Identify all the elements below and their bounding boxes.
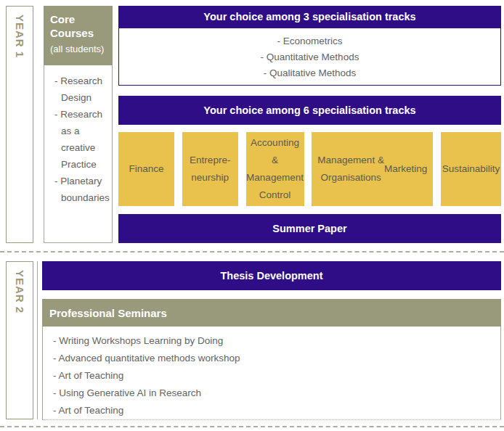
year2-label: YEAR 2 <box>14 270 26 313</box>
tracks6-header-bar: Your choice among 6 specialisation track… <box>118 96 501 125</box>
year1-label: YEAR 1 <box>14 15 26 58</box>
tracks3-header-text: Your choice among 3 specialisation track… <box>203 11 415 22</box>
list-item: - Research as a creative Practice <box>50 106 109 173</box>
year1-label-box: YEAR 1 <box>6 6 33 243</box>
spacer <box>118 125 501 132</box>
year1-main-column: Your choice among 3 specialisation track… <box>118 6 501 243</box>
list-item: - Art of Teaching <box>49 367 497 385</box>
year2-section: YEAR 2 Thesis Development Professional S… <box>6 261 501 419</box>
list-item: - Research Design <box>50 73 109 106</box>
summer-paper-bar: Summer Paper <box>118 214 501 243</box>
professional-seminars-header: Professional Seminars <box>42 299 501 327</box>
core-courses-subtitle: (all students) <box>50 42 108 56</box>
thesis-development-bar: Thesis Development <box>42 261 501 290</box>
summer-paper-text: Summer Paper <box>272 223 346 234</box>
list-item: - Advanced quantitative methods workshop <box>49 350 497 367</box>
list-item: - Quantitative Methods <box>261 49 359 65</box>
year2-label-box: YEAR 2 <box>6 261 33 419</box>
tracks6-header-text: Your choice among 6 specialisation track… <box>203 104 415 116</box>
list-item: - Econometrics <box>277 33 342 49</box>
bottom-divider-line <box>0 426 504 427</box>
track-box-accounting-management-control: Accounting & Management Control <box>246 132 304 206</box>
list-item: - Using Generative AI in Research <box>49 385 497 402</box>
track-box-management-marketing: Management & Organisations Marketing <box>312 132 433 206</box>
professional-seminars-title: Professional Seminars <box>49 307 167 319</box>
core-courses-header: Core Courses (all students) <box>44 6 113 65</box>
tracks6-row: Finance Entrepre-neurship Accounting & M… <box>118 132 501 206</box>
list-item: - Writing Workshops Learning by Doing <box>49 332 497 350</box>
year-divider-line <box>0 251 504 253</box>
core-courses-title-line2: Courses <box>50 26 108 40</box>
tracks3-header-bar: Your choice among 3 specialisation track… <box>118 6 501 28</box>
track-label-marketing: Marketing <box>384 160 427 178</box>
list-item: - Art of Teaching <box>49 402 497 419</box>
track-label-management-organisations: Management & Organisations <box>317 152 384 186</box>
spacer <box>118 86 501 96</box>
spacer <box>42 290 501 299</box>
spacer <box>118 206 501 214</box>
year1-section: YEAR 1 Core Courses (all students) - Res… <box>6 6 501 243</box>
track-box-finance: Finance <box>118 132 174 206</box>
tracks3-list-box: - Econometrics - Quantitative Methods - … <box>118 28 501 86</box>
core-courses-list: - Research Design - Research as a creati… <box>44 65 113 243</box>
year2-content-column: Thesis Development Professional Seminars… <box>37 261 501 419</box>
track-box-entrepreneurship: Entrepre-neurship <box>182 132 238 206</box>
track-box-sustainability: Sustainability <box>441 132 501 206</box>
curriculum-diagram: YEAR 1 Core Courses (all students) - Res… <box>0 0 504 431</box>
core-courses-column: Core Courses (all students) - Research D… <box>44 6 113 243</box>
thesis-development-text: Thesis Development <box>220 270 322 282</box>
list-item: - Planetary boundaries <box>50 173 109 206</box>
professional-seminars-list: - Writing Workshops Learning by Doing - … <box>42 327 501 420</box>
core-courses-title-line1: Core <box>50 12 108 26</box>
list-item: - Qualitative Methods <box>264 65 357 81</box>
